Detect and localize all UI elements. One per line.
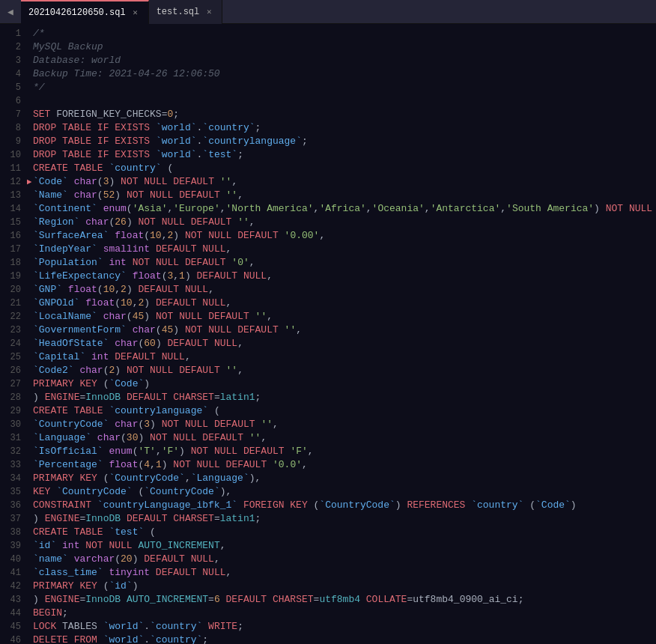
sql-content: `GNP` float(10,2) DEFAULT NULL, xyxy=(33,283,214,297)
line-number-21: 21 xyxy=(3,297,21,310)
sql-content: `Region` char(26) NOT NULL DEFAULT '', xyxy=(33,216,255,229)
comment-text: Database: world xyxy=(33,54,121,67)
code-line-36: CONSTRAINT `countryLanguage_ibfk_1` FORE… xyxy=(27,499,656,512)
line-number-17: 17 xyxy=(3,243,21,256)
line-number-44: 44 xyxy=(3,607,21,620)
line-number-38: 38 xyxy=(3,526,21,539)
line-number-1: 1 xyxy=(3,27,21,40)
line-number-30: 30 xyxy=(3,418,21,431)
code-line-25: `Capital` int DEFAULT NULL, xyxy=(27,350,656,364)
code-line-44: BEGIN; xyxy=(27,607,656,620)
code-line-43: ) ENGINE=InnoDB AUTO_INCREMENT=6 DEFAULT… xyxy=(27,593,656,607)
line-number-18: 18 xyxy=(3,256,21,270)
line-number-2: 2 xyxy=(3,40,21,54)
comment-text: MySQL Backup xyxy=(33,40,103,54)
line-number-42: 42 xyxy=(3,580,21,593)
tab-1-close[interactable]: ✕ xyxy=(130,7,141,18)
line-numbers: 1234567891011121314151617181920212223242… xyxy=(0,24,27,644)
line-number-16: 16 xyxy=(3,229,21,243)
code-area[interactable]: /* MySQL Backup Database: world Backup T… xyxy=(27,24,656,644)
sql-content: DROP TABLE IF EXISTS `world`.`countrylan… xyxy=(33,135,308,148)
sql-content: DELETE FROM `world`.`country`; xyxy=(33,634,208,644)
code-line-29: CREATE TABLE `countrylanguage` ( xyxy=(27,404,656,418)
code-line-38: CREATE TABLE `test` ( xyxy=(27,526,656,539)
code-line-20: `GNP` float(10,2) DEFAULT NULL, xyxy=(27,283,656,297)
editor-container: 1234567891011121314151617181920212223242… xyxy=(0,24,656,644)
line-number-41: 41 xyxy=(3,566,21,580)
code-line-7: SET FOREIGN_KEY_CHECKS=0; xyxy=(27,108,656,121)
sql-content: `name` varchar(20) DEFAULT NULL, xyxy=(33,553,220,566)
sql-content: BEGIN; xyxy=(33,607,68,620)
code-line-28: ) ENGINE=InnoDB DEFAULT CHARSET=latin1; xyxy=(27,391,656,404)
code-line-4: Backup Time: 2021-04-26 12:06:50 xyxy=(27,67,656,81)
code-line-32: `IsOfficial` enum('T','F') NOT NULL DEFA… xyxy=(27,445,656,458)
tab-bar: ◀ 20210426120650.sql ✕ test.sql ✕ xyxy=(0,0,656,24)
sql-content: `GovernmentForm` char(45) NOT NULL DEFAU… xyxy=(33,323,302,337)
code-line-27: PRIMARY KEY (`Code`) xyxy=(27,377,656,391)
line-number-4: 4 xyxy=(3,67,21,81)
code-line-24: `HeadOfState` char(60) DEFAULT NULL, xyxy=(27,337,656,350)
sql-content: `Continent` enum('Asia','Europe','North … xyxy=(33,202,656,216)
sql-content: CREATE TABLE `countrylanguage` ( xyxy=(33,404,220,418)
sql-content: CREATE TABLE `country` ( xyxy=(33,162,173,175)
sql-content: `class_time` tinyint DEFAULT NULL, xyxy=(33,566,231,580)
line-number-40: 40 xyxy=(3,553,21,566)
line-number-46: 46 xyxy=(3,634,21,644)
sql-content: `IsOfficial` enum('T','F') NOT NULL DEFA… xyxy=(33,445,314,458)
line-number-29: 29 xyxy=(3,404,21,418)
comment-text: Backup Time: 2021-04-26 12:06:50 xyxy=(33,67,220,81)
sql-content: `GNPOld` float(10,2) DEFAULT NULL, xyxy=(33,297,231,310)
code-line-22: `LocalName` char(45) NOT NULL DEFAULT ''… xyxy=(27,310,656,323)
sql-content: CREATE TABLE `test` ( xyxy=(33,526,156,539)
sql-content: `Code` char(3) NOT NULL DEFAULT '', xyxy=(33,175,237,189)
line-number-39: 39 xyxy=(3,539,21,553)
code-line-14: `Continent` enum('Asia','Europe','North … xyxy=(27,202,656,216)
code-line-13: `Name` char(52) NOT NULL DEFAULT '', xyxy=(27,189,656,202)
code-line-41: `class_time` tinyint DEFAULT NULL, xyxy=(27,566,656,580)
code-line-37: ) ENGINE=InnoDB DEFAULT CHARSET=latin1; xyxy=(27,512,656,526)
line-number-26: 26 xyxy=(3,364,21,377)
code-line-19: `LifeExpectancy` float(3,1) DEFAULT NULL… xyxy=(27,270,656,283)
tab-nav-prev[interactable]: ◀ xyxy=(0,0,21,24)
code-line-6 xyxy=(27,94,656,108)
code-line-26: `Code2` char(2) NOT NULL DEFAULT '', xyxy=(27,364,656,377)
sql-content: PRIMARY KEY (`CountryCode`,`Language`), xyxy=(33,472,261,485)
sql-content: DROP TABLE IF EXISTS `world`.`country`; xyxy=(33,121,261,135)
code-line-3: Database: world xyxy=(27,54,656,67)
line-number-11: 11 xyxy=(3,162,21,175)
sql-content: `Code2` char(2) NOT NULL DEFAULT '', xyxy=(33,364,243,377)
line-number-23: 23 xyxy=(3,323,21,337)
line-number-43: 43 xyxy=(3,593,21,607)
line-number-10: 10 xyxy=(3,148,21,162)
code-line-42: PRIMARY KEY (`id`) xyxy=(27,580,656,593)
line-number-19: 19 xyxy=(3,270,21,283)
code-line-45: LOCK TABLES `world`.`country` WRITE; xyxy=(27,620,656,634)
line-number-3: 3 xyxy=(3,54,21,67)
sql-content: `Capital` int DEFAULT NULL, xyxy=(33,350,191,364)
tab-1[interactable]: 20210426120650.sql ✕ xyxy=(21,0,149,24)
line-number-33: 33 xyxy=(3,458,21,472)
code-line-46: DELETE FROM `world`.`country`; xyxy=(27,634,656,644)
line-number-25: 25 xyxy=(3,350,21,364)
code-line-2: MySQL Backup xyxy=(27,40,656,54)
comment-text: /* xyxy=(33,27,45,40)
sql-content: `LocalName` char(45) NOT NULL DEFAULT ''… xyxy=(33,310,273,323)
tab-2[interactable]: test.sql ✕ xyxy=(149,0,223,24)
sql-content: `id` int NOT NULL AUTO_INCREMENT, xyxy=(33,539,226,553)
code-line-10: DROP TABLE IF EXISTS `world`.`test`; xyxy=(27,148,656,162)
sql-content: `IndepYear` smallint DEFAULT NULL, xyxy=(33,243,231,256)
arrow-icon-12: ► xyxy=(27,175,31,189)
code-line-8: DROP TABLE IF EXISTS `world`.`country`; xyxy=(27,121,656,135)
line-number-22: 22 xyxy=(3,310,21,323)
sql-content: LOCK TABLES `world`.`country` WRITE; xyxy=(33,620,243,634)
sql-content: CONSTRAINT `countryLanguage_ibfk_1` FORE… xyxy=(33,499,577,512)
code-line-15: `Region` char(26) NOT NULL DEFAULT '', xyxy=(27,216,656,229)
line-number-13: 13 xyxy=(3,189,21,202)
tab-2-close[interactable]: ✕ xyxy=(204,7,214,17)
code-line-23: `GovernmentForm` char(45) NOT NULL DEFAU… xyxy=(27,323,656,337)
sql-content: `Percentage` float(4,1) NOT NULL DEFAULT… xyxy=(33,458,308,472)
line-number-6: 6 xyxy=(3,94,21,108)
line-number-28: 28 xyxy=(3,391,21,404)
code-line-34: PRIMARY KEY (`CountryCode`,`Language`), xyxy=(27,472,656,485)
line-number-24: 24 xyxy=(3,337,21,350)
